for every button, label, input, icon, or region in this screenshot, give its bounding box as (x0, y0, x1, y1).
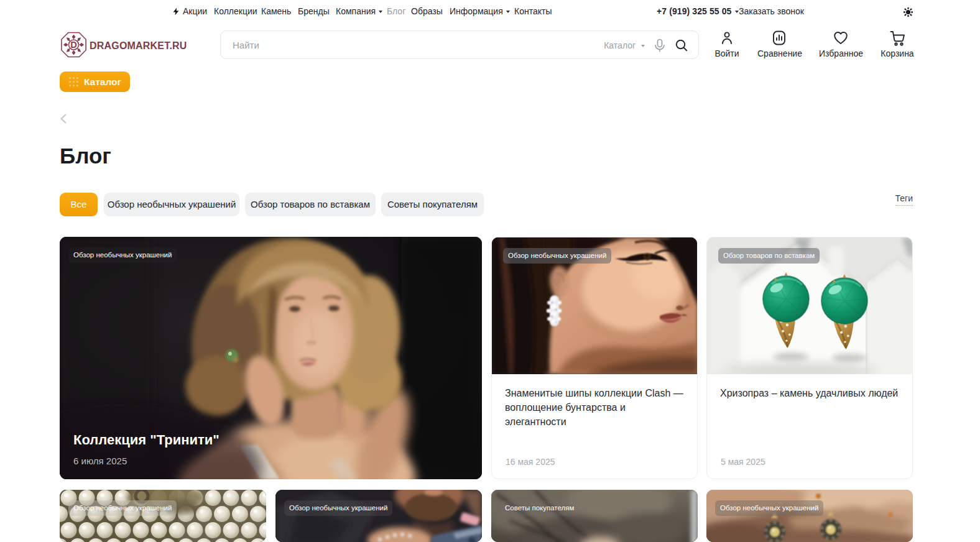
svg-text:D: D (70, 40, 77, 50)
